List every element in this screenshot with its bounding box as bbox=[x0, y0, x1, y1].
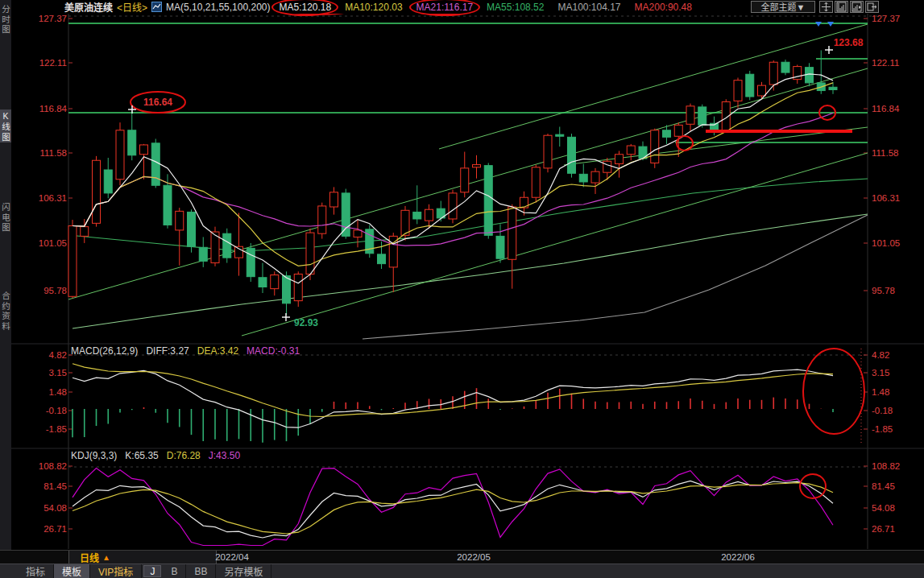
ma-value-2: MA10:120.03 bbox=[343, 2, 404, 13]
price-annotation-text: 123.68 bbox=[824, 37, 872, 48]
ma-values-list: MA5:120.18MA10:120.03MA21:116.17MA55:108… bbox=[277, 2, 693, 13]
ma-value-4: MA55:108.52 bbox=[485, 2, 545, 13]
x-axis-date-label: 2022/04 bbox=[204, 552, 260, 562]
symbol-name: 美原油连续 bbox=[64, 0, 113, 14]
period-tag: <日线> bbox=[117, 0, 147, 14]
kdj-caption-row: KDJ(9,3,3) K:65.35 D:76.28 J:43.50 bbox=[71, 450, 240, 461]
period-label: 日线 bbox=[80, 551, 99, 564]
axis-tick-label: 106.31 bbox=[872, 193, 900, 204]
axis-tick-label: 26.71 bbox=[29, 524, 67, 535]
axis-tick-label: 101.05 bbox=[29, 238, 67, 249]
axis-tick-label: 81.45 bbox=[29, 481, 67, 492]
axis-tick-label: 54.08 bbox=[29, 503, 67, 514]
sidebar-item-2[interactable]: K线图 bbox=[0, 109, 11, 142]
axis-tick-label: 1.48 bbox=[872, 387, 889, 398]
ma-value-1: MA5:120.18 bbox=[277, 2, 333, 13]
kdj-k-value: K:65.35 bbox=[125, 450, 158, 461]
top-bar: 美原油连续 <日线> MA(5,10,21,55,100,200) MA5:12… bbox=[11, 0, 924, 14]
chart-title-row: 美原油连续 <日线> MA(5,10,21,55,100,200) MA5:12… bbox=[64, 0, 694, 14]
axis-tick-label: 122.11 bbox=[29, 58, 67, 68]
left-sidebar: 分时图K线图闪电图合约资料 bbox=[0, 0, 11, 564]
price-annotation-text: 92.93 bbox=[282, 317, 330, 328]
macd-bar-value: MACD:-0.31 bbox=[247, 345, 300, 357]
axis-tick-label: 95.78 bbox=[29, 286, 67, 296]
kdj-d-value: D:76.28 bbox=[167, 450, 201, 461]
move-icon[interactable] bbox=[819, 1, 833, 13]
axis-tick-label: 4.82 bbox=[872, 350, 889, 361]
x-axis-date-label: 2022/05 bbox=[445, 552, 502, 562]
toolbar-tab-4[interactable]: J bbox=[143, 565, 161, 577]
toolbar-tab-1[interactable]: 指标 bbox=[18, 564, 54, 578]
axis-tick-label: 3.15 bbox=[872, 368, 889, 378]
axis-tick-label: 1.48 bbox=[29, 387, 67, 398]
axis-tick-label: 111.58 bbox=[29, 148, 67, 159]
ma-value-6: MA200:90.48 bbox=[633, 2, 694, 13]
macd-diff-value: DIFF:3.27 bbox=[146, 345, 189, 357]
axis-tick-label: 4.82 bbox=[29, 350, 67, 361]
x-axis-row: 日线 ▲ 2022/042022/052022/06 bbox=[0, 550, 924, 564]
axis-right-chart-icon[interactable] bbox=[850, 1, 864, 13]
axis-tick-label: 122.11 bbox=[872, 58, 899, 68]
axis-tick-label: 106.31 bbox=[29, 193, 67, 204]
axis-tick-label: 81.45 bbox=[872, 481, 895, 492]
chart-plot-area[interactable] bbox=[68, 14, 868, 549]
period-arrow-icon: ▲ bbox=[102, 553, 110, 562]
axis-tick-label: 127.37 bbox=[872, 14, 900, 24]
ma-value-5: MA100:104.17 bbox=[556, 2, 622, 13]
axis-tick-label: -0.18 bbox=[29, 406, 67, 416]
axis-tick-label: 95.78 bbox=[872, 286, 895, 296]
axis-tick-label: 108.82 bbox=[872, 461, 900, 472]
toolbar-tab-2[interactable]: 模板 bbox=[54, 564, 90, 578]
axis-tick-label: 111.58 bbox=[872, 148, 898, 159]
kdj-caption: KDJ(9,3,3) bbox=[71, 450, 117, 461]
line-chart-icon bbox=[151, 2, 162, 12]
sidebar-item-3[interactable]: 闪电图 bbox=[0, 201, 11, 233]
ma-settings-label: MA(5,10,21,55,100,200) bbox=[166, 2, 270, 13]
period-selector[interactable]: 日线 ▲ bbox=[68, 551, 217, 564]
toolbar-tab-6[interactable]: BB bbox=[186, 564, 216, 578]
axis-tick-label: 127.37 bbox=[29, 14, 67, 24]
macd-caption: MACD(26,12,9) bbox=[71, 345, 138, 357]
axis-tick-label: -0.18 bbox=[872, 406, 893, 416]
kdj-j-value: J:43.50 bbox=[209, 450, 240, 461]
toolbar-tab-5[interactable]: B bbox=[163, 564, 186, 578]
export-panel-icon[interactable] bbox=[865, 1, 879, 13]
axis-tick-label: 26.71 bbox=[872, 524, 895, 535]
toolbar-tab-3[interactable]: VIP指标 bbox=[90, 564, 142, 578]
axis-tick-label: 54.08 bbox=[872, 503, 895, 514]
axis-tick-label: 101.05 bbox=[872, 238, 900, 249]
ma-value-3: MA21:116.17 bbox=[415, 2, 475, 13]
sidebar-item-1[interactable]: 分时图 bbox=[0, 3, 11, 35]
macd-dea-value: DEA:3.42 bbox=[197, 345, 238, 357]
sidebar-item-4[interactable]: 合约资料 bbox=[0, 290, 11, 332]
axis-tick-label: 108.82 bbox=[29, 461, 67, 472]
price-annotation-text: 116.64 bbox=[134, 97, 182, 108]
axis-tick-label: -1.85 bbox=[872, 424, 893, 435]
axis-tick-label: 116.84 bbox=[872, 104, 899, 114]
macd-caption-row: MACD(26,12,9) DIFF:3.27 DEA:3.42 MACD:-0… bbox=[71, 345, 300, 357]
toolbar-tab-7[interactable]: 另存模板 bbox=[216, 564, 271, 578]
x-axis-date-label: 2022/06 bbox=[710, 552, 766, 562]
axis-left-chart-icon[interactable] bbox=[835, 1, 848, 13]
axis-tick-label: 116.84 bbox=[29, 104, 67, 114]
axis-tick-label: 3.15 bbox=[29, 368, 67, 378]
axis-tick-label: -1.85 bbox=[29, 424, 67, 435]
bottom-toolbar: 指标模板VIP指标JBBB另存模板 bbox=[0, 564, 924, 578]
all-themes-button[interactable]: 全部主题▼ bbox=[751, 1, 815, 13]
